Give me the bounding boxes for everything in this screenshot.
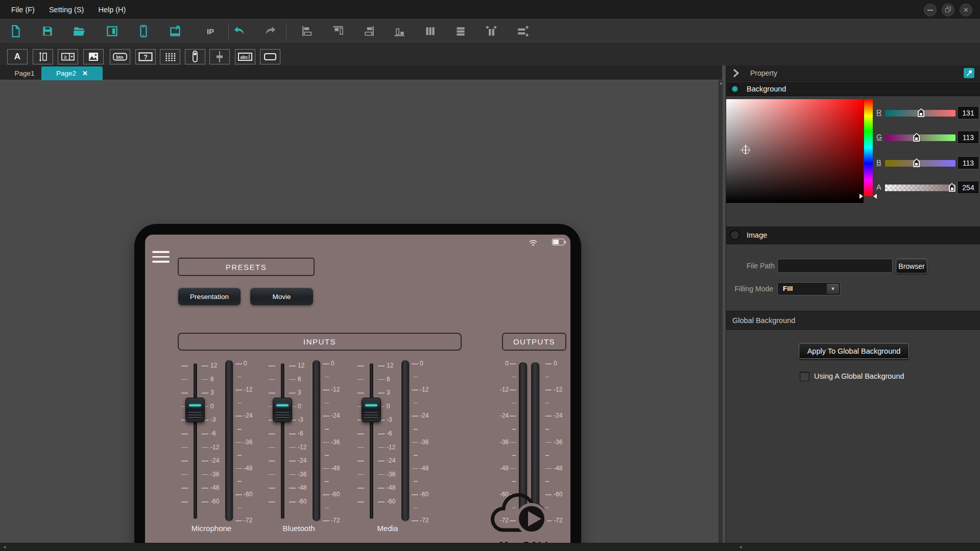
image-radio[interactable] <box>730 230 740 240</box>
ip-settings-icon[interactable]: IP <box>203 24 218 38</box>
meter-scale-label: -24 <box>493 412 509 419</box>
red-slider[interactable] <box>885 110 955 117</box>
redo-icon[interactable] <box>262 24 277 38</box>
open-folder-icon[interactable] <box>72 24 86 38</box>
meter-scale-label: -12 <box>554 386 569 393</box>
scroll-up-icon[interactable]: ▲ <box>719 81 723 85</box>
green-slider-row: G 113 <box>726 131 980 145</box>
background-radio[interactable] <box>730 84 740 94</box>
global-background-checkbox[interactable] <box>800 372 809 381</box>
meter-scale-label: -12 <box>493 386 509 393</box>
scroll-left-icon[interactable]: ◄ <box>738 545 743 549</box>
meter-scale-label: -12 <box>244 386 259 393</box>
combobox-tool-icon[interactable]: a <box>58 49 78 64</box>
save-icon[interactable] <box>40 24 55 38</box>
meter-scale-label: -12 <box>331 386 346 393</box>
fader-tick <box>202 433 208 434</box>
apply-global-background-button[interactable]: Apply To Global Background <box>799 343 909 359</box>
design-canvas[interactable]: PRESETS Presentation Movie INPUTS OUTPUT… <box>0 80 722 543</box>
menu-file[interactable]: File (F) <box>11 6 35 14</box>
menu-setting[interactable]: Setting (S) <box>49 6 84 14</box>
meter-tick <box>510 442 516 443</box>
textbox-tool-icon[interactable]: abc <box>235 49 255 64</box>
image-tool-icon[interactable] <box>83 49 104 64</box>
new-file-icon[interactable] <box>9 24 23 38</box>
fader-tick <box>289 379 296 380</box>
fader-track[interactable] <box>194 363 197 519</box>
align-bottom-icon[interactable] <box>392 24 407 38</box>
export-panel-icon[interactable] <box>168 24 182 38</box>
filling-mode-dropdown-button[interactable]: ▼ <box>827 284 839 294</box>
vertical-scrollbar[interactable]: ▲ <box>719 80 723 543</box>
color-cursor[interactable] <box>742 146 750 154</box>
fader-tick <box>202 461 208 462</box>
blue-value[interactable]: 113 <box>958 157 978 169</box>
distribute-rows-icon[interactable] <box>453 24 468 38</box>
new-window-icon[interactable] <box>105 24 119 38</box>
fader-track[interactable] <box>370 363 373 519</box>
menu-icon[interactable] <box>152 251 170 266</box>
horizontal-spacing-icon[interactable] <box>484 24 498 38</box>
scroll-left-icon[interactable]: ◄ <box>3 545 7 549</box>
vertical-spacing-icon[interactable] <box>516 24 530 38</box>
fader-tick <box>181 379 188 380</box>
meter-tick <box>235 468 242 469</box>
filling-mode-select[interactable]: Fill ▼ <box>777 282 841 295</box>
pin-button[interactable] <box>964 68 974 78</box>
phone-preview-icon[interactable] <box>136 24 151 38</box>
align-top-icon[interactable] <box>331 24 345 38</box>
fader-handle[interactable] <box>185 398 205 422</box>
green-value[interactable]: 113 <box>958 131 978 143</box>
meter-tick <box>323 468 329 469</box>
red-value[interactable]: 131 <box>958 107 978 119</box>
green-slider[interactable] <box>885 134 955 141</box>
fader-handle[interactable] <box>273 398 292 422</box>
align-right-icon[interactable] <box>362 24 376 38</box>
minimize-button[interactable] <box>924 4 937 16</box>
fader-handle-ridge <box>365 417 378 418</box>
fader-track[interactable] <box>281 363 284 519</box>
text-tool-icon[interactable]: A <box>7 49 28 64</box>
fader-tick <box>378 488 385 489</box>
restore-button[interactable] <box>942 4 954 16</box>
undo-icon[interactable] <box>233 24 247 38</box>
alpha-slider[interactable] <box>885 185 955 191</box>
align-left-icon[interactable] <box>300 24 315 38</box>
alpha-slider-row: A 254 <box>726 181 980 195</box>
fader-tick <box>289 365 296 366</box>
menu-bar: File (F) Setting (S) Help (H) <box>0 0 980 19</box>
movie-button[interactable]: Movie <box>250 288 313 305</box>
meter-scale-label: -12 <box>420 386 435 393</box>
distribute-columns-icon[interactable] <box>423 24 437 38</box>
meter-scale-label: -36 <box>331 439 346 446</box>
matrix-tool-icon[interactable] <box>160 49 180 64</box>
presets-button[interactable]: PRESETS <box>178 258 315 276</box>
horizontal-scrollbar[interactable]: ◄ ◄ <box>0 543 980 551</box>
file-path-input[interactable] <box>777 259 893 273</box>
fader-scale-label: 12 <box>210 362 226 369</box>
panel-tool-icon[interactable] <box>260 49 280 64</box>
unknown-tool-icon[interactable]: ? <box>135 49 156 64</box>
fader-scale-label: -3 <box>210 416 226 423</box>
tab-page2[interactable]: Page2 ✕ <box>41 66 103 80</box>
close-tab-icon[interactable]: ✕ <box>82 70 88 77</box>
presentation-button[interactable]: Presentation <box>178 288 241 305</box>
blue-slider[interactable] <box>885 160 955 167</box>
meter-tick <box>512 377 516 378</box>
alpha-value[interactable]: 254 <box>958 181 978 193</box>
browser-button[interactable]: Browser <box>896 259 927 273</box>
fader-scale-label: -6 <box>387 430 402 437</box>
fader-handle[interactable] <box>362 398 381 422</box>
indicator-tool-icon[interactable] <box>185 49 205 64</box>
inputs-header: INPUTS <box>178 333 462 351</box>
meter-tick <box>414 403 418 404</box>
close-button[interactable]: ✕ <box>960 4 972 16</box>
fader-tool-icon[interactable] <box>209 49 230 64</box>
fader-tick <box>357 501 364 502</box>
menu-help[interactable]: Help (H) <box>98 6 126 14</box>
size-tool-icon[interactable] <box>33 49 53 64</box>
fader-scale-label: 0 <box>210 403 226 410</box>
collapse-chevron-icon[interactable] <box>732 68 739 78</box>
button-tool-icon[interactable]: btn <box>110 49 130 64</box>
device-screen[interactable]: PRESETS Presentation Movie INPUTS OUTPUT… <box>145 235 570 551</box>
